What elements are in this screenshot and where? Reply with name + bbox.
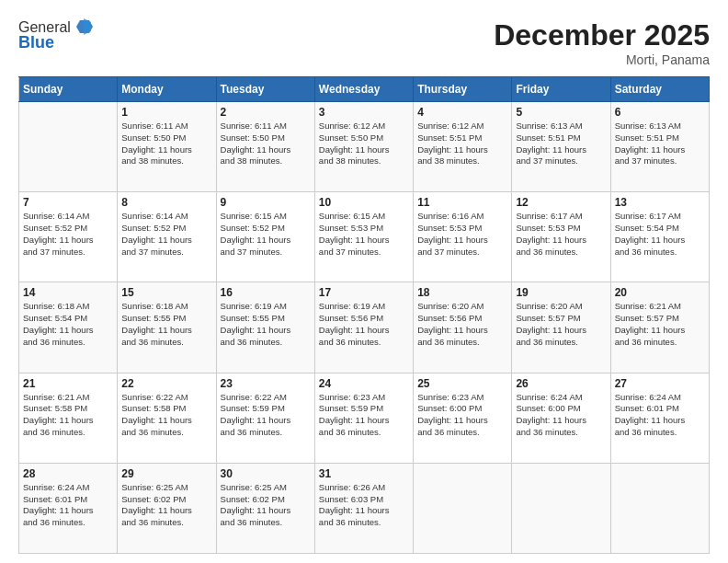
day-info: Sunrise: 6:12 AM Sunset: 5:51 PM Dayligh…	[417, 121, 507, 167]
month-title: December 2025	[494, 18, 710, 52]
day-number: 27	[615, 377, 705, 390]
day-info: Sunrise: 6:20 AM Sunset: 5:56 PM Dayligh…	[417, 301, 507, 348]
day-number: 15	[121, 286, 211, 299]
day-info: Sunrise: 6:24 AM Sunset: 6:00 PM Dayligh…	[516, 392, 606, 439]
day-info: Sunrise: 6:25 AM Sunset: 6:02 PM Dayligh…	[221, 482, 311, 529]
day-number: 20	[615, 286, 705, 299]
day-info: Sunrise: 6:23 AM Sunset: 6:00 PM Dayligh…	[417, 392, 507, 439]
day-number: 25	[417, 377, 507, 390]
day-number: 2	[221, 106, 311, 119]
day-number: 12	[516, 196, 606, 209]
day-number: 21	[23, 377, 113, 390]
svg-marker-1	[84, 18, 91, 35]
calendar-cell: 28Sunrise: 6:24 AM Sunset: 6:01 PM Dayli…	[19, 463, 118, 553]
calendar-cell: 18Sunrise: 6:20 AM Sunset: 5:56 PM Dayli…	[414, 282, 512, 373]
day-number: 29	[121, 467, 211, 480]
day-info: Sunrise: 6:11 AM Sunset: 5:50 PM Dayligh…	[221, 121, 311, 167]
calendar-cell: 25Sunrise: 6:23 AM Sunset: 6:00 PM Dayli…	[414, 373, 512, 463]
day-number: 4	[417, 106, 507, 119]
calendar-week-row: 7Sunrise: 6:14 AM Sunset: 5:52 PM Daylig…	[19, 192, 710, 282]
day-number: 13	[615, 196, 705, 209]
day-number: 23	[221, 377, 311, 390]
day-info: Sunrise: 6:25 AM Sunset: 6:02 PM Dayligh…	[121, 482, 211, 529]
day-info: Sunrise: 6:26 AM Sunset: 6:03 PM Dayligh…	[319, 482, 409, 529]
day-number: 31	[319, 467, 409, 480]
day-info: Sunrise: 6:21 AM Sunset: 5:58 PM Dayligh…	[23, 392, 113, 439]
day-info: Sunrise: 6:21 AM Sunset: 5:57 PM Dayligh…	[615, 301, 705, 348]
day-number: 19	[516, 286, 606, 299]
day-info: Sunrise: 6:23 AM Sunset: 5:59 PM Dayligh…	[319, 392, 409, 439]
day-info: Sunrise: 6:14 AM Sunset: 5:52 PM Dayligh…	[121, 211, 211, 258]
calendar-cell	[19, 102, 118, 192]
location: Morti, Panama	[494, 52, 710, 67]
day-number: 5	[516, 106, 606, 119]
calendar-cell: 26Sunrise: 6:24 AM Sunset: 6:00 PM Dayli…	[512, 373, 610, 463]
calendar-cell: 3Sunrise: 6:12 AM Sunset: 5:50 PM Daylig…	[314, 102, 413, 192]
day-number: 9	[221, 196, 311, 209]
calendar-cell: 15Sunrise: 6:18 AM Sunset: 5:55 PM Dayli…	[118, 282, 216, 373]
day-info: Sunrise: 6:20 AM Sunset: 5:57 PM Dayligh…	[516, 301, 606, 348]
day-number: 28	[23, 467, 113, 480]
weekday-header-tuesday: Tuesday	[216, 77, 314, 102]
day-number: 22	[121, 377, 211, 390]
calendar-cell: 13Sunrise: 6:17 AM Sunset: 5:54 PM Dayli…	[610, 192, 709, 282]
calendar-cell: 9Sunrise: 6:15 AM Sunset: 5:52 PM Daylig…	[216, 192, 314, 282]
logo-icon	[73, 17, 93, 37]
weekday-header-sunday: Sunday	[19, 77, 118, 102]
calendar-cell: 6Sunrise: 6:13 AM Sunset: 5:51 PM Daylig…	[610, 102, 709, 192]
day-number: 11	[417, 196, 507, 209]
day-info: Sunrise: 6:15 AM Sunset: 5:53 PM Dayligh…	[319, 211, 409, 258]
calendar-cell: 24Sunrise: 6:23 AM Sunset: 5:59 PM Dayli…	[314, 373, 413, 463]
day-number: 6	[615, 106, 705, 119]
day-info: Sunrise: 6:17 AM Sunset: 5:53 PM Dayligh…	[516, 211, 606, 258]
logo-blue: Blue	[18, 33, 54, 52]
weekday-header-monday: Monday	[118, 77, 216, 102]
page: General Blue December 2025 Morti, Panama…	[0, 0, 728, 563]
day-number: 3	[319, 106, 409, 119]
day-info: Sunrise: 6:17 AM Sunset: 5:54 PM Dayligh…	[615, 211, 705, 258]
day-number: 1	[121, 106, 211, 119]
day-number: 26	[516, 377, 606, 390]
day-number: 8	[121, 196, 211, 209]
day-info: Sunrise: 6:14 AM Sunset: 5:52 PM Dayligh…	[23, 211, 113, 258]
calendar-cell: 17Sunrise: 6:19 AM Sunset: 5:56 PM Dayli…	[314, 282, 413, 373]
calendar-cell: 5Sunrise: 6:13 AM Sunset: 5:51 PM Daylig…	[512, 102, 610, 192]
calendar-cell	[414, 463, 512, 553]
header: General Blue December 2025 Morti, Panama	[18, 18, 710, 67]
day-info: Sunrise: 6:24 AM Sunset: 6:01 PM Dayligh…	[23, 482, 113, 529]
day-number: 18	[417, 286, 507, 299]
weekday-header-friday: Friday	[512, 77, 610, 102]
calendar-cell: 19Sunrise: 6:20 AM Sunset: 5:57 PM Dayli…	[512, 282, 610, 373]
calendar-cell: 4Sunrise: 6:12 AM Sunset: 5:51 PM Daylig…	[414, 102, 512, 192]
calendar-cell: 11Sunrise: 6:16 AM Sunset: 5:53 PM Dayli…	[414, 192, 512, 282]
weekday-header-saturday: Saturday	[610, 77, 709, 102]
calendar-cell	[512, 463, 610, 553]
calendar-header-row: SundayMondayTuesdayWednesdayThursdayFrid…	[19, 77, 710, 102]
day-number: 7	[23, 196, 113, 209]
day-info: Sunrise: 6:22 AM Sunset: 5:58 PM Dayligh…	[121, 392, 211, 439]
calendar-week-row: 21Sunrise: 6:21 AM Sunset: 5:58 PM Dayli…	[19, 373, 710, 463]
calendar-cell: 10Sunrise: 6:15 AM Sunset: 5:53 PM Dayli…	[314, 192, 413, 282]
calendar-cell: 31Sunrise: 6:26 AM Sunset: 6:03 PM Dayli…	[314, 463, 413, 553]
calendar-cell: 30Sunrise: 6:25 AM Sunset: 6:02 PM Dayli…	[216, 463, 314, 553]
calendar-cell: 12Sunrise: 6:17 AM Sunset: 5:53 PM Dayli…	[512, 192, 610, 282]
day-number: 10	[319, 196, 409, 209]
calendar-cell: 7Sunrise: 6:14 AM Sunset: 5:52 PM Daylig…	[19, 192, 118, 282]
calendar-cell: 29Sunrise: 6:25 AM Sunset: 6:02 PM Dayli…	[118, 463, 216, 553]
calendar-cell	[610, 463, 709, 553]
calendar-cell: 1Sunrise: 6:11 AM Sunset: 5:50 PM Daylig…	[118, 102, 216, 192]
title-area: December 2025 Morti, Panama	[494, 18, 710, 67]
day-number: 14	[23, 286, 113, 299]
day-info: Sunrise: 6:18 AM Sunset: 5:55 PM Dayligh…	[121, 301, 211, 348]
day-info: Sunrise: 6:16 AM Sunset: 5:53 PM Dayligh…	[417, 211, 507, 258]
day-info: Sunrise: 6:15 AM Sunset: 5:52 PM Dayligh…	[221, 211, 311, 258]
day-info: Sunrise: 6:13 AM Sunset: 5:51 PM Dayligh…	[516, 121, 606, 167]
weekday-header-wednesday: Wednesday	[314, 77, 413, 102]
calendar-cell: 22Sunrise: 6:22 AM Sunset: 5:58 PM Dayli…	[118, 373, 216, 463]
day-info: Sunrise: 6:18 AM Sunset: 5:54 PM Dayligh…	[23, 301, 113, 348]
day-info: Sunrise: 6:12 AM Sunset: 5:50 PM Dayligh…	[319, 121, 409, 167]
calendar-cell: 16Sunrise: 6:19 AM Sunset: 5:55 PM Dayli…	[216, 282, 314, 373]
calendar-week-row: 28Sunrise: 6:24 AM Sunset: 6:01 PM Dayli…	[19, 463, 710, 553]
calendar: SundayMondayTuesdayWednesdayThursdayFrid…	[18, 76, 710, 554]
calendar-cell: 20Sunrise: 6:21 AM Sunset: 5:57 PM Dayli…	[610, 282, 709, 373]
